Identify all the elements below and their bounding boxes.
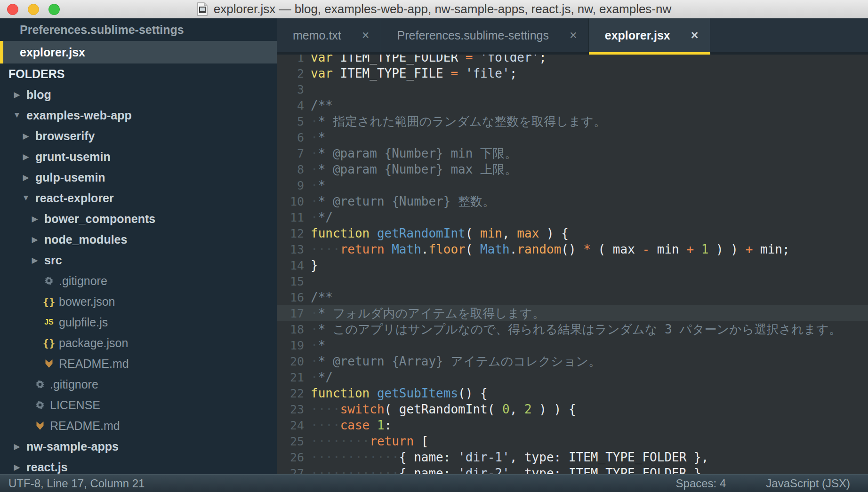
- tree-folder-bower_components[interactable]: ▶bower_components: [0, 208, 277, 229]
- code-token: 2: [524, 402, 532, 416]
- code-line-23[interactable]: 23····switch( getRandomInt( 0, 2 ) ) {: [277, 401, 868, 417]
- tree-folder-nw-sample-apps[interactable]: ▶nw-sample-apps: [0, 436, 277, 457]
- code-line-text: function getRandomInt( min, max ) {: [304, 226, 569, 240]
- code-editor[interactable]: 1var ITEM_TYPE_FOLDER = 'folder';2var IT…: [277, 55, 868, 475]
- app-window: explorer.jsx — blog, examples-web-app, n…: [0, 0, 868, 492]
- code-line-19[interactable]: 19·*: [277, 337, 868, 353]
- status-indent[interactable]: Spaces: 4: [676, 477, 726, 490]
- tab-close-icon[interactable]: ×: [570, 28, 577, 43]
- close-window-button[interactable]: [7, 4, 18, 15]
- chevron-right-icon[interactable]: ▶: [29, 255, 40, 265]
- code-line-8[interactable]: 8·* @param {Number} max 上限。: [277, 161, 868, 177]
- code-line-16[interactable]: 16/**: [277, 289, 868, 305]
- code-token: ,: [510, 402, 524, 416]
- tree-folder-browserify[interactable]: ▶browserify: [0, 126, 277, 146]
- code-line-4[interactable]: 4/**: [277, 97, 868, 113]
- chevron-right-icon[interactable]: ▶: [20, 173, 32, 183]
- code-line-22[interactable]: 22function getSubItems() {: [277, 385, 868, 401]
- tab-close-icon[interactable]: ×: [691, 28, 699, 43]
- code-token: 1: [377, 418, 385, 432]
- code-line-24[interactable]: 24····case 1:: [277, 417, 868, 433]
- tree-folder-node_modules[interactable]: ▶node_modules: [0, 229, 277, 250]
- tree-folder-react-explorer[interactable]: ▼react-explorer: [0, 188, 277, 208]
- code-line-text: /**: [304, 290, 333, 304]
- code-line-10[interactable]: 10·* @return {Number} 整数。: [277, 193, 868, 209]
- code-token: min: [650, 242, 686, 256]
- tree-folder-react.js[interactable]: ▶react.js: [0, 457, 277, 475]
- tree-file-package.json[interactable]: {}package.json: [0, 333, 277, 353]
- braces-icon: {}: [43, 337, 55, 349]
- tree-folder-gulp-usemin[interactable]: ▶gulp-usemin: [0, 167, 277, 188]
- code-token: min: [480, 226, 502, 240]
- tree-item-label: nw-sample-apps: [26, 440, 119, 453]
- tree-folder-blog[interactable]: ▶blog: [0, 84, 277, 105]
- chevron-right-icon[interactable]: ▶: [29, 214, 40, 224]
- code-line-3[interactable]: 3: [277, 81, 868, 97]
- line-number: 12: [277, 227, 304, 240]
- tab-close-icon[interactable]: ×: [362, 28, 370, 43]
- code-token: function: [311, 226, 370, 240]
- code-line-7[interactable]: 7·* @param {Number} min 下限。: [277, 145, 868, 161]
- code-token: floor: [428, 242, 465, 256]
- code-line-11[interactable]: 11·*/: [277, 209, 868, 225]
- code-token: ·: [311, 194, 318, 208]
- minimize-window-button[interactable]: [28, 4, 39, 15]
- chevron-right-icon[interactable]: ▶: [11, 442, 23, 452]
- code-line-12[interactable]: 12function getRandomInt( min, max ) {: [277, 225, 868, 241]
- tree-folder-src[interactable]: ▶src: [0, 250, 277, 270]
- code-line-15[interactable]: 15: [277, 273, 868, 289]
- code-line-26[interactable]: 26············{ name: 'dir-1', type: ITE…: [277, 449, 868, 465]
- tree-item-label: browserify: [35, 129, 95, 143]
- code-line-text: ·* @return {Number} 整数。: [304, 193, 495, 210]
- tree-folder-examples-web-app[interactable]: ▼examples-web-app: [0, 105, 277, 126]
- code-line-25[interactable]: 25········return [: [277, 433, 868, 449]
- chevron-right-icon[interactable]: ▶: [11, 462, 23, 472]
- chevron-down-icon[interactable]: ▼: [11, 111, 23, 120]
- code-line-text: /**: [304, 98, 333, 112]
- chevron-right-icon[interactable]: ▶: [29, 235, 40, 245]
- code-line-1[interactable]: 1var ITEM_TYPE_FOLDER = 'folder';: [277, 55, 868, 65]
- tab-Preferences.sublime-settings[interactable]: Preferences.sublime-settings×: [381, 18, 589, 55]
- tree-item-label: react.js: [26, 460, 68, 474]
- code-line-5[interactable]: 5·* 指定された範囲のランダムな整数を取得します。: [277, 113, 868, 129]
- tree-file-README.md[interactable]: README.md: [0, 353, 277, 374]
- open-file-explorer.jsx[interactable]: explorer.jsx: [0, 41, 277, 63]
- code-line-18[interactable]: 18·* このアプリはサンプルなので、得られる結果はランダムな 3 パターンから…: [277, 321, 868, 337]
- tree-file-LICENSE[interactable]: LICENSE: [0, 395, 277, 415]
- code-line-21[interactable]: 21·*/: [277, 369, 868, 385]
- tab-explorer.jsx[interactable]: explorer.jsx×: [589, 18, 710, 55]
- code-line-2[interactable]: 2var ITEM_TYPE_FILE = 'file';: [277, 65, 868, 81]
- code-line-9[interactable]: 9·*: [277, 177, 868, 193]
- code-token: ITEM_TYPE_FILE: [333, 66, 450, 80]
- status-syntax[interactable]: JavaScript (JSX): [766, 477, 850, 490]
- tree-file-README.md[interactable]: README.md: [0, 415, 277, 436]
- line-number: 19: [277, 339, 304, 352]
- tree-file-.gitignore[interactable]: .gitignore: [0, 270, 277, 291]
- tree-folder-grunt-usemin[interactable]: ▶grunt-usemin: [0, 146, 277, 167]
- chevron-right-icon[interactable]: ▶: [11, 90, 23, 100]
- code-token: ····: [311, 418, 340, 432]
- tree-file-.gitignore[interactable]: .gitignore: [0, 374, 277, 395]
- line-number: 20: [277, 355, 304, 368]
- open-file-Preferences.sublime-settings[interactable]: Preferences.sublime-settings: [0, 18, 277, 41]
- code-line-14[interactable]: 14}: [277, 257, 868, 273]
- code-line-27[interactable]: 27············{ name: 'dir-2', type: ITE…: [277, 465, 868, 475]
- code-line-13[interactable]: 13····return Math.floor( Math.random() *…: [277, 241, 868, 257]
- tree-file-bower.json[interactable]: {}bower.json: [0, 291, 277, 312]
- code-token: var: [311, 55, 333, 64]
- chevron-right-icon[interactable]: ▶: [20, 131, 32, 141]
- chevron-down-icon[interactable]: ▼: [20, 193, 32, 203]
- code-token: [473, 55, 480, 64]
- tree-file-gulpfile.js[interactable]: JSgulpfile.js: [0, 312, 277, 333]
- code-line-6[interactable]: 6·*: [277, 129, 868, 145]
- zoom-window-button[interactable]: [48, 4, 60, 15]
- chevron-right-icon[interactable]: ▶: [20, 152, 32, 162]
- tab-memo.txt[interactable]: memo.txt×: [277, 18, 381, 55]
- code-line-17[interactable]: 17·* フォルダ内のアイテムを取得します。: [277, 305, 868, 321]
- code-line-20[interactable]: 20·* @return {Array} アイテムのコレクション。: [277, 353, 868, 369]
- code-token: 'dir-2': [458, 466, 510, 475]
- line-number: 22: [277, 387, 304, 400]
- code-token: */: [318, 210, 333, 224]
- code-token: =: [466, 55, 473, 64]
- code-token: min;: [753, 242, 789, 256]
